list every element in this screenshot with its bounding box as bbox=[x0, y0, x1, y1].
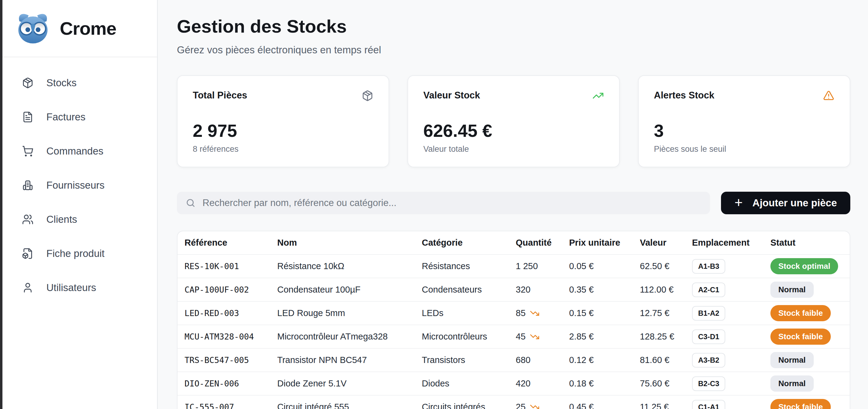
cell-name: Microcontrôleur ATmega328 bbox=[277, 332, 422, 342]
page-subtitle: Gérez vos pièces électroniques en temps … bbox=[177, 44, 850, 56]
cell-reference: RES-10K-001 bbox=[185, 262, 277, 271]
main-content: Gestion des Stocks Gérez vos pièces élec… bbox=[158, 0, 868, 409]
window-edge bbox=[0, 0, 2, 409]
user-icon bbox=[22, 282, 34, 294]
column-header-prix: Prix unitaire bbox=[569, 238, 640, 248]
cell-value: 75.60 € bbox=[640, 378, 692, 388]
stat-card-subtitle: Valeur totale bbox=[423, 144, 604, 154]
status-badge: Stock faible bbox=[770, 305, 831, 321]
cell-category: LEDs bbox=[422, 308, 516, 318]
trending-down-icon bbox=[530, 308, 539, 318]
search-input[interactable] bbox=[203, 198, 702, 208]
owl-logo-icon bbox=[14, 10, 52, 46]
invoice-icon bbox=[22, 111, 34, 123]
sidebar-item-utilisateurs[interactable]: Utilisateurs bbox=[2, 275, 157, 300]
sidebar-item-label: Fournisseurs bbox=[46, 179, 104, 191]
stock-table: Référence Nom Catégorie Quantité Prix un… bbox=[177, 231, 850, 409]
cell-unit-price: 2.85 € bbox=[569, 332, 640, 342]
add-piece-button[interactable]: + Ajouter une pièce bbox=[721, 192, 850, 214]
stat-card-subtitle: 8 références bbox=[193, 144, 373, 154]
brand-name: Crome bbox=[60, 18, 116, 39]
cell-category: Transistors bbox=[422, 355, 516, 365]
cell-unit-price: 0.18 € bbox=[569, 378, 640, 388]
column-header-nom: Nom bbox=[277, 238, 422, 248]
location-badge: C3-D1 bbox=[692, 330, 725, 344]
cell-category: Résistances bbox=[422, 261, 516, 271]
sidebar-item-label: Stocks bbox=[46, 77, 76, 89]
cell-value: 81.60 € bbox=[640, 355, 692, 365]
trending-down-icon bbox=[530, 402, 539, 409]
sidebar-item-clients[interactable]: Clients bbox=[2, 207, 157, 232]
cell-unit-price: 0.15 € bbox=[569, 308, 640, 318]
cart-icon bbox=[22, 145, 34, 157]
sidebar-item-stocks[interactable]: Stocks bbox=[2, 71, 157, 95]
alert-triangle-icon bbox=[823, 90, 834, 101]
table-row: TRS-BC547-005 Transistor NPN BC547 Trans… bbox=[178, 348, 850, 372]
sidebar: Crome Stocks Factures Commandes Fourniss… bbox=[2, 0, 158, 409]
status-badge: Stock faible bbox=[770, 329, 831, 345]
cell-category: Microcontrôleurs bbox=[422, 332, 516, 342]
cell-unit-price: 0.12 € bbox=[569, 355, 640, 365]
table-row: MCU-ATM328-004 Microcontrôleur ATmega328… bbox=[178, 325, 850, 348]
sidebar-item-label: Fiche produit bbox=[46, 248, 104, 259]
location-badge: B2-C3 bbox=[692, 376, 725, 391]
cell-reference: MCU-ATM328-004 bbox=[185, 332, 277, 341]
stat-card-title: Valeur Stock bbox=[423, 90, 480, 101]
package-icon bbox=[362, 90, 373, 101]
users-icon bbox=[22, 214, 34, 225]
stat-card-alertes-stock: Alertes Stock 3 Pièces sous le seuil bbox=[638, 75, 850, 167]
status-badge: Normal bbox=[770, 352, 814, 368]
cell-name: Diode Zener 5.1V bbox=[277, 378, 422, 388]
cell-unit-price: 0.05 € bbox=[569, 261, 640, 271]
supplier-machine-icon bbox=[22, 179, 34, 191]
cell-quantity: 320 bbox=[516, 285, 530, 295]
location-badge: C1-A1 bbox=[692, 400, 725, 409]
location-badge: B1-A2 bbox=[692, 306, 725, 320]
sidebar-item-factures[interactable]: Factures bbox=[2, 105, 157, 129]
cell-value: 128.25 € bbox=[640, 332, 692, 342]
file-box-icon bbox=[22, 248, 34, 259]
search-bar[interactable] bbox=[177, 192, 710, 214]
status-badge: Stock faible bbox=[770, 399, 831, 409]
sidebar-item-fournisseurs[interactable]: Fournisseurs bbox=[2, 173, 157, 198]
toolbar: + Ajouter une pièce bbox=[177, 192, 850, 214]
table-row: IC-555-007 Circuit intégré 555 Circuits … bbox=[178, 395, 850, 409]
sidebar-item-commandes[interactable]: Commandes bbox=[2, 139, 157, 163]
sidebar-nav: Stocks Factures Commandes Fournisseurs C… bbox=[2, 57, 157, 300]
status-badge: Stock optimal bbox=[770, 258, 838, 274]
stat-card-value: 3 bbox=[654, 121, 834, 141]
table-header-row: Référence Nom Catégorie Quantité Prix un… bbox=[178, 231, 850, 254]
cell-name: Transistor NPN BC547 bbox=[277, 355, 422, 365]
sidebar-item-label: Utilisateurs bbox=[46, 282, 96, 294]
location-badge: A2-C1 bbox=[692, 282, 725, 297]
sidebar-item-label: Commandes bbox=[46, 145, 103, 157]
cell-reference: LED-RED-003 bbox=[185, 308, 277, 318]
cell-quantity: 45 bbox=[516, 332, 526, 342]
stat-card-value: 626.45 € bbox=[423, 121, 604, 141]
cell-name: Résistance 10kΩ bbox=[277, 261, 422, 271]
stat-card-title: Alertes Stock bbox=[654, 90, 714, 101]
cell-value: 11.25 € bbox=[640, 402, 692, 409]
search-icon bbox=[185, 198, 196, 208]
column-header-valeur: Valeur bbox=[640, 238, 692, 248]
add-piece-button-label: Ajouter une pièce bbox=[752, 197, 837, 209]
cell-reference: CAP-100UF-002 bbox=[185, 285, 277, 295]
cell-reference: DIO-ZEN-006 bbox=[185, 379, 277, 388]
column-header-statut: Statut bbox=[770, 238, 850, 248]
stat-card-title: Total Pièces bbox=[193, 90, 247, 101]
cell-name: Condensateur 100µF bbox=[277, 285, 422, 295]
app-window: Crome Stocks Factures Commandes Fourniss… bbox=[0, 0, 868, 409]
cell-category: Diodes bbox=[422, 378, 516, 388]
location-badge: A3-B2 bbox=[692, 353, 725, 368]
sidebar-item-label: Clients bbox=[46, 214, 77, 225]
plus-icon: + bbox=[735, 195, 743, 209]
cell-category: Condensateurs bbox=[422, 285, 516, 295]
cell-value: 112.00 € bbox=[640, 285, 692, 295]
sidebar-item-fiche-produit[interactable]: Fiche produit bbox=[2, 241, 157, 266]
cell-quantity: 85 bbox=[516, 308, 526, 318]
cell-reference: IC-555-007 bbox=[185, 402, 277, 409]
table-row: LED-RED-003 LED Rouge 5mm LEDs 85 0.15 €… bbox=[178, 301, 850, 325]
column-header-emplacement: Emplacement bbox=[692, 238, 770, 248]
stat-card-total-pieces: Total Pièces 2 975 8 références bbox=[177, 75, 389, 167]
brand-logo: Crome bbox=[2, 0, 157, 57]
